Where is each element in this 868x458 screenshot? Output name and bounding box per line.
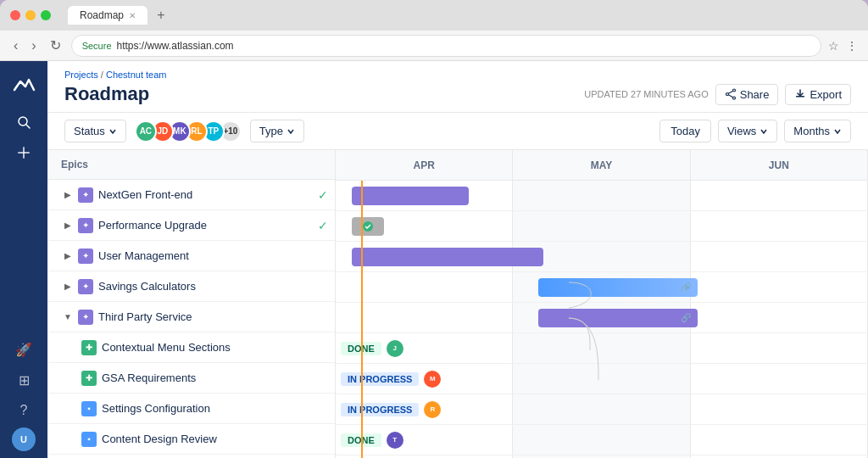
status-filter[interactable]: Status [64, 120, 126, 142]
timeline-header: APR MAY JUN [336, 150, 868, 181]
today-button[interactable]: Today [659, 120, 711, 142]
epic-row-savings[interactable]: ▶ ✦ Savings Calculators [47, 271, 335, 302]
timeline-body: 🔗 🔗 DONE [336, 181, 868, 458]
gantt-bar-performance[interactable] [352, 217, 384, 236]
check-circle-icon [362, 221, 374, 232]
epic-icon-blue: ▪ [81, 432, 97, 447]
breadcrumb: Projects / Chestnut team [64, 70, 851, 80]
breadcrumb-projects[interactable]: Projects [64, 70, 98, 80]
epic-row-third-party[interactable]: ▼ ✦ Third Party Service [47, 302, 335, 332]
gantt-bars: 🔗 🔗 DONE [336, 181, 868, 458]
epic-icon-purple: ✦ [78, 218, 93, 233]
expand-icon[interactable]: ▼ [61, 310, 75, 324]
tab-close-icon[interactable]: ✕ [129, 11, 136, 20]
active-tab[interactable]: Roadmap ✕ [68, 6, 147, 25]
epic-row-nextgen-frontend[interactable]: ▶ ✦ NextGen Front-end ✓ [47, 180, 335, 210]
bookmark-icon[interactable]: ☆ [828, 39, 839, 53]
gantt-bar-third-party[interactable]: 🔗 [538, 309, 698, 327]
status-progress-2: IN PROGRESS [341, 403, 419, 416]
share-button[interactable]: Share [715, 84, 779, 105]
status-row-5: DONE J [336, 333, 868, 364]
type-chevron-icon [287, 127, 295, 136]
epic-row-content-design[interactable]: ▪ Content Design Review [47, 424, 335, 455]
link-icon: 🔗 [681, 313, 691, 322]
left-sidebar: 🚀 ⊞ ? U [0, 61, 47, 458]
bar-row-0 [336, 181, 868, 211]
app-logo[interactable] [8, 68, 39, 98]
check-icon: ✓ [318, 188, 328, 202]
browser-titlebar: Roadmap ✕ + [0, 0, 868, 31]
chevron-down-icon [108, 127, 117, 136]
type-filter[interactable]: Type [250, 120, 304, 142]
svg-line-8 [728, 95, 732, 98]
status-row-6: IN PROGRESS M [336, 364, 868, 394]
top-right-actions: UPDATED 27 MINUTES AGO Share Export [584, 84, 851, 105]
epic-icon-purple: ✦ [78, 310, 93, 325]
export-icon [794, 88, 806, 100]
avatar-group: AC JD MK RL TP +10 [135, 120, 242, 142]
gantt-bar-savings[interactable]: 🔗 [538, 278, 698, 297]
address-bar[interactable]: Secure https://www.atlassian.com [71, 35, 821, 57]
expand-icon[interactable]: ▶ [61, 219, 75, 232]
maximize-button[interactable] [41, 10, 51, 20]
minimize-button[interactable] [25, 10, 36, 20]
menu-icon[interactable]: ⋮ [846, 39, 858, 53]
close-button[interactable] [10, 10, 20, 20]
link-icon: 🔗 [681, 282, 691, 292]
tab-bar: Roadmap ✕ + [68, 5, 171, 25]
sidebar-add-icon[interactable] [10, 139, 37, 166]
gantt-container: Epics ▶ ✦ NextGen Front-end ✓ ▶ ✦ [47, 150, 868, 458]
refresh-button[interactable]: ↻ [47, 36, 64, 55]
gantt-bar-nextgen[interactable] [352, 187, 469, 205]
expand-icon[interactable]: ▶ [61, 188, 75, 202]
mini-avatar-4: T [387, 432, 403, 449]
gantt-bar-user-mgmt[interactable] [352, 248, 543, 266]
secure-badge: Secure [82, 41, 112, 51]
forward-button[interactable]: › [28, 36, 39, 55]
sidebar-rocket-icon[interactable]: 🚀 [10, 336, 37, 363]
breadcrumb-separator: / [101, 70, 103, 80]
filter-bar: Status AC JD MK RL TP +10 Type Toda [47, 113, 868, 150]
expand-icon[interactable]: ▶ [61, 280, 75, 293]
tab-title: Roadmap [80, 9, 124, 21]
mini-avatar-3: R [424, 401, 441, 418]
address-bar-row: ‹ › ↻ Secure https://www.atlassian.com ☆… [0, 31, 868, 61]
check-icon: ✓ [318, 219, 328, 232]
today-line [361, 181, 363, 458]
views-chevron-icon [760, 127, 768, 136]
avatar-1[interactable]: AC [135, 120, 157, 142]
user-avatar[interactable]: U [12, 427, 36, 451]
epic-icon-purple: ✦ [78, 249, 93, 264]
sidebar-grid-icon[interactable]: ⊞ [10, 366, 37, 394]
new-task-row[interactable]: ✚ [47, 455, 335, 458]
timeline-area: APR MAY JUN [336, 150, 868, 458]
epic-row-user-mgmt[interactable]: ▶ ✦ User Management [47, 241, 335, 271]
sidebar-search-icon[interactable] [10, 109, 37, 136]
svg-line-7 [728, 91, 732, 93]
status-progress-1: IN PROGRESS [341, 372, 419, 386]
epics-header: Epics [47, 150, 335, 180]
months-button[interactable]: Months [784, 120, 851, 142]
bar-row-3: 🔗 [336, 272, 868, 303]
breadcrumb-team[interactable]: Chestnut team [106, 70, 167, 80]
epic-row-gsa[interactable]: ✚ GSA Requirements [47, 363, 335, 394]
status-row-8: DONE T [336, 425, 868, 455]
url-text: https://www.atlassian.com [117, 40, 234, 52]
updated-text: UPDATED 27 MINUTES AGO [584, 89, 709, 99]
export-button[interactable]: Export [785, 84, 851, 105]
expand-icon[interactable]: ▶ [61, 249, 75, 263]
sidebar-help-icon[interactable]: ? [10, 397, 37, 424]
epic-row-performance[interactable]: ▶ ✦ Performance Upgrade ✓ [47, 210, 335, 241]
back-button[interactable]: ‹ [10, 36, 21, 55]
bar-row-2 [336, 242, 868, 272]
epic-row-contextual[interactable]: ✚ Contextual Menu Sections [47, 332, 335, 363]
svg-point-4 [732, 89, 735, 92]
page-title: Roadmap [64, 83, 149, 105]
epic-row-settings[interactable]: ▪ Settings Configuration [47, 394, 335, 424]
views-button[interactable]: Views [718, 120, 777, 142]
top-bar: Projects / Chestnut team Roadmap UPDATED… [47, 61, 868, 113]
traffic-lights [10, 10, 51, 20]
right-controls: Today Views Months [659, 120, 851, 142]
epics-panel: Epics ▶ ✦ NextGen Front-end ✓ ▶ ✦ [47, 150, 336, 458]
new-tab-button[interactable]: + [151, 5, 171, 25]
